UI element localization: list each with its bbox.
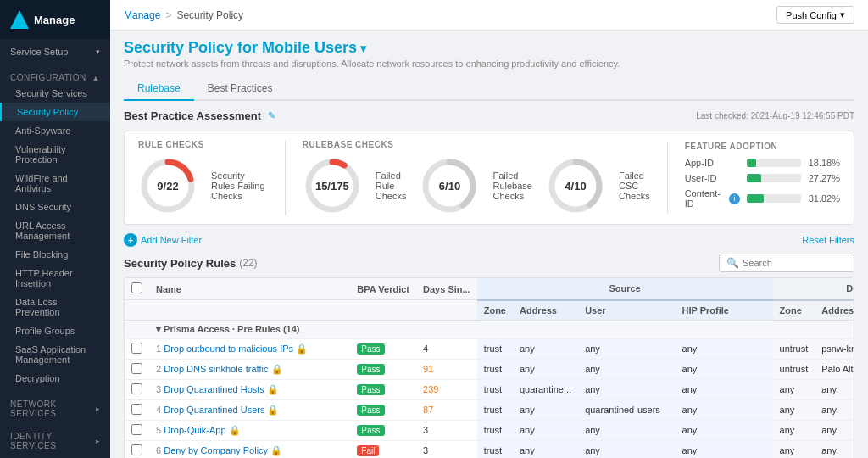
sidebar-item-wildfire[interactable]: WildFire and Antivirus — [0, 169, 110, 198]
sidebar-logo: Manage — [0, 0, 110, 39]
sidebar-app-title: Manage — [34, 14, 75, 26]
rule-checks-group: RULE CHECKS 9/22 Security Rules Failing … — [138, 140, 268, 215]
breadcrumb-manage-link[interactable]: Manage — [124, 9, 160, 21]
row-select-checkbox[interactable] — [131, 363, 142, 374]
row-select-checkbox[interactable] — [131, 404, 142, 415]
chevron-up-icon: ▲ — [92, 74, 100, 82]
col-dest-group: Destination — [773, 278, 854, 300]
row-name: 2 Drop DNS sinkhole traffic 🔒 — [149, 359, 350, 379]
content-id-info-icon[interactable]: i — [729, 193, 739, 204]
rule-name-link[interactable]: Drop-Quik-App — [164, 425, 225, 435]
page-title-highlight: Mobile Users — [262, 39, 357, 56]
sidebar-item-security-policy[interactable]: Security Policy — [0, 103, 110, 121]
rule-name-link[interactable]: Drop Quarantined Hosts — [164, 384, 264, 394]
row-bpa: Fail — [350, 440, 416, 458]
sidebar-item-url-access[interactable]: URL Access Management — [0, 216, 110, 245]
push-config-button[interactable]: Push Config ▾ — [776, 6, 854, 24]
sidebar-item-security-services[interactable]: Security Services — [0, 84, 110, 103]
rulebase-checks-gauge-row: 15/175 Failed Rule Checks 6/10 Failed — [303, 156, 650, 215]
sidebar: Manage Service Setup ▾ Configuration ▲ S… — [0, 0, 110, 458]
row-zone-src: trust — [477, 359, 513, 379]
row-zone-dst: any — [773, 399, 815, 420]
adoption-label-user-id: User-ID — [685, 173, 740, 183]
row-select-checkbox[interactable] — [131, 343, 142, 354]
rule-name-link[interactable]: Drop Quarantined Users — [164, 405, 264, 415]
page-title-dropdown-icon[interactable]: ▾ — [357, 42, 366, 55]
row-name: 3 Drop Quarantined Hosts 🔒 — [149, 379, 350, 399]
table-header-row: Security Policy Rules (22) 🔍 — [124, 254, 854, 272]
adoption-bar-bg-content-id — [747, 194, 801, 203]
col-bpa: BPA Verdict — [350, 278, 416, 300]
row-hip: any — [676, 399, 773, 420]
row-zone-src: trust — [477, 399, 513, 420]
sidebar-item-saas[interactable]: SaaS Application Management — [0, 340, 110, 369]
rule-name-link[interactable]: Drop outbound to malicious IPs — [164, 344, 293, 354]
rulebase-checks-label3: Failed CSC Checks — [619, 170, 650, 201]
feature-adoption-rows: App-ID 18.18% User-ID 27.27% — [685, 158, 840, 209]
row-checkbox — [125, 338, 149, 359]
row-zone-src: trust — [477, 440, 513, 458]
network-services-header: Network Services ▸ — [0, 394, 110, 420]
adoption-pct-content-id: 31.82% — [808, 193, 840, 204]
row-addr-src: any — [513, 359, 578, 379]
bpa-badge: Pass — [357, 405, 384, 416]
add-filter-button[interactable]: + Add New Filter — [124, 233, 202, 247]
rule-name-link[interactable]: Deny by Company Policy — [164, 445, 268, 455]
lock-icon: 🔒 — [270, 445, 282, 455]
sidebar-item-dlp[interactable]: Data Loss Prevention — [0, 293, 110, 321]
rule-checks-gauge: 9/22 — [138, 156, 198, 215]
col-checkbox — [125, 278, 149, 300]
reset-filters-button[interactable]: Reset Filters — [802, 235, 854, 245]
sidebar-item-service-setup[interactable]: Service Setup ▾ — [0, 42, 110, 61]
network-services-section: Network Services ▸ — [0, 391, 110, 423]
table-title: Security Policy Rules — [124, 257, 236, 270]
breadcrumb-current: Security Policy — [176, 9, 243, 21]
row-bpa: Pass — [350, 338, 416, 359]
row-select-checkbox[interactable] — [131, 424, 142, 435]
bpa-title-row: Best Practice Assessment ✎ — [124, 109, 275, 122]
rulebase-checks-gauge2: 6/10 — [420, 156, 479, 215]
sidebar-item-profile-groups[interactable]: Profile Groups — [0, 321, 110, 340]
col-name: Name — [149, 278, 350, 300]
select-all-checkbox[interactable] — [131, 282, 142, 293]
sidebar-item-file-blocking[interactable]: File Blocking — [0, 245, 110, 264]
row-select-checkbox[interactable] — [131, 383, 142, 394]
row-days: 91 — [416, 359, 477, 379]
row-select-checkbox[interactable] — [131, 444, 142, 455]
lock-icon: 🔒 — [296, 344, 308, 354]
row-user: any — [578, 379, 675, 399]
row-addr-src: any — [513, 420, 578, 440]
filter-row: + Add New Filter Reset Filters — [124, 233, 854, 247]
search-input[interactable] — [743, 258, 847, 268]
row-addr-src: any — [513, 338, 578, 359]
rule-name-link[interactable]: Drop DNS sinkhole traffic — [164, 364, 268, 374]
row-number: 4 — [156, 405, 161, 415]
row-number: 5 — [156, 425, 161, 435]
row-zone-src: trust — [477, 379, 513, 399]
row-zone-dst: untrust — [773, 359, 815, 379]
row-addr-dst: Palo Alto ... — [815, 359, 854, 379]
row-addr-dst: psnw-kno... / psnw-high... / psnw-bul... — [815, 338, 854, 359]
feature-adoption-group: FEATURE ADOPTION App-ID 18.18% User-ID — [667, 142, 840, 214]
bpa-badge: Fail — [357, 445, 379, 456]
row-days: 3 — [416, 440, 477, 458]
lock-icon: 🔒 — [267, 405, 279, 415]
row-user: any — [578, 420, 675, 440]
tab-best-practices[interactable]: Best Practices — [194, 77, 287, 101]
row-addr-dst: any — [815, 379, 854, 399]
row-checkbox — [125, 399, 149, 420]
add-filter-icon: + — [124, 233, 137, 247]
sidebar-item-http-header[interactable]: HTTP Header Insertion — [0, 264, 110, 293]
col-hip: HIP Profile — [676, 300, 773, 321]
rulebase-checks-group: RULEBASE CHECKS 15/175 Failed Rule Check… — [285, 140, 650, 215]
row-user: any — [578, 440, 675, 458]
row-zone-dst: any — [773, 379, 815, 399]
sidebar-item-decryption[interactable]: Decryption — [0, 369, 110, 388]
adoption-row-user-id: User-ID 27.27% — [685, 173, 840, 183]
sidebar-item-dns[interactable]: DNS Security — [0, 198, 110, 216]
bpa-edit-icon[interactable]: ✎ — [268, 110, 275, 121]
row-days: 87 — [416, 399, 477, 420]
sidebar-item-anti-spyware[interactable]: Anti-Spyware — [0, 121, 110, 140]
sidebar-item-vulnerability[interactable]: Vulnerability Protection — [0, 140, 110, 169]
tab-rulebase[interactable]: Rulebase — [124, 77, 194, 101]
